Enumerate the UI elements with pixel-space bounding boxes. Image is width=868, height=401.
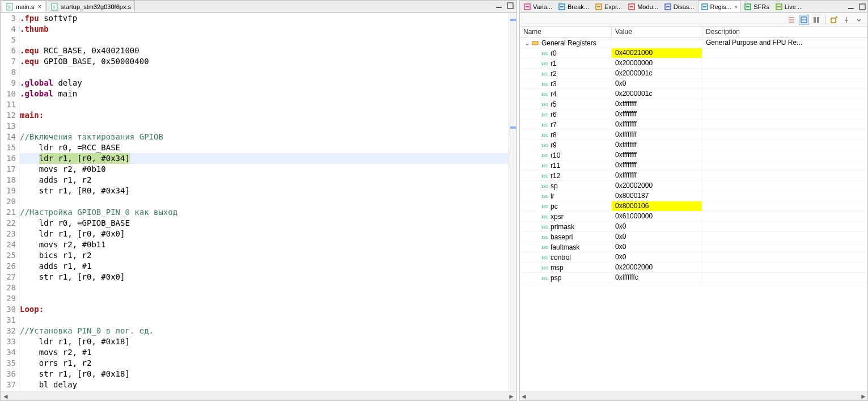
register-row[interactable]: 1010basepri0x0 bbox=[520, 232, 867, 242]
register-value[interactable]: 0xffffffff bbox=[612, 130, 702, 140]
debug-tab-sfr[interactable]: SFRs bbox=[742, 1, 772, 12]
code-line[interactable] bbox=[20, 282, 509, 293]
scroll-left-icon[interactable]: ◄ bbox=[520, 392, 528, 400]
register-row[interactable]: 1010sp0x20002000 bbox=[520, 181, 867, 191]
editor-body[interactable]: 3456789101112131415161718192021222324252… bbox=[1, 13, 516, 391]
code-line[interactable]: movs r2, #0b11 bbox=[20, 239, 509, 250]
register-value[interactable]: 0x8000187 bbox=[612, 191, 702, 201]
column-name[interactable]: Name bbox=[520, 27, 612, 37]
register-value[interactable]: 0x20000000 bbox=[612, 58, 702, 68]
code-line[interactable]: .equ GPIOB_BASE, 0x50000400 bbox=[20, 56, 509, 67]
code-line[interactable] bbox=[20, 196, 509, 207]
register-row[interactable]: 1010r70xffffffff bbox=[520, 120, 867, 130]
overview-ruler[interactable] bbox=[509, 13, 516, 391]
editor-h-scrollbar[interactable]: ◄ ► bbox=[1, 391, 516, 400]
register-value[interactable]: 0x0 bbox=[612, 242, 702, 252]
register-value[interactable]: 0x0 bbox=[612, 232, 702, 242]
scroll-right-icon[interactable]: ► bbox=[859, 392, 867, 400]
register-row[interactable]: 1010r00x40021000 bbox=[520, 48, 867, 58]
code-line[interactable]: main: bbox=[20, 110, 509, 121]
minimize-icon[interactable] bbox=[847, 3, 855, 11]
code-line[interactable] bbox=[20, 99, 509, 110]
register-value[interactable]: 0x20002000 bbox=[612, 181, 702, 191]
register-value[interactable]: 0x0 bbox=[612, 79, 702, 88]
maximize-icon[interactable] bbox=[858, 3, 866, 11]
debug-tab-reg[interactable]: Regis...× bbox=[698, 1, 741, 12]
code-line[interactable]: str r1, [r0, #0x0] bbox=[20, 272, 509, 282]
code-line[interactable]: ldr r0, =RCC_BASE bbox=[20, 142, 509, 153]
debug-tab-disas[interactable]: Disas... bbox=[662, 1, 697, 12]
register-row[interactable]: 1010r20x2000001c bbox=[520, 69, 867, 79]
register-value[interactable]: 0x2000001c bbox=[612, 89, 702, 99]
debug-tab-bp[interactable]: Break... bbox=[556, 1, 591, 12]
register-value[interactable]: 0x2000001c bbox=[612, 69, 702, 78]
register-value[interactable]: 0x0 bbox=[612, 222, 702, 231]
register-row[interactable]: 1010primask0x0 bbox=[520, 222, 867, 232]
registers-h-scrollbar[interactable]: ◄ ► bbox=[520, 391, 867, 400]
code-line[interactable] bbox=[20, 67, 509, 78]
register-value[interactable]: 0x20002000 bbox=[612, 263, 702, 272]
code-line[interactable]: adds r1, r2 bbox=[20, 175, 509, 185]
register-row[interactable]: 1010pc0x8000106 bbox=[520, 201, 867, 212]
register-value[interactable]: 0xffffffff bbox=[612, 120, 702, 129]
maximize-icon[interactable] bbox=[506, 2, 514, 10]
pin-icon[interactable] bbox=[841, 15, 852, 25]
register-value[interactable]: 0xffffffff bbox=[612, 150, 702, 160]
code-line[interactable]: .global main bbox=[20, 88, 509, 99]
code-line[interactable]: movs r2, #1 bbox=[20, 347, 509, 358]
debug-tab-live[interactable]: Live ... bbox=[773, 1, 805, 12]
register-value[interactable]: 0xffffffff bbox=[612, 171, 702, 180]
code-line[interactable]: orrs r1, r2 bbox=[20, 358, 509, 369]
registers-table[interactable]: Name Value Description ⌄General Register… bbox=[520, 27, 867, 391]
register-row[interactable]: 1010r100xffffffff bbox=[520, 150, 867, 161]
close-icon[interactable]: × bbox=[734, 3, 738, 10]
code-line[interactable]: adds r1, #1 bbox=[20, 261, 509, 272]
register-row[interactable]: 1010r110xffffffff bbox=[520, 161, 867, 171]
code-line[interactable]: .thumb bbox=[20, 24, 509, 35]
code-line[interactable] bbox=[20, 315, 509, 326]
code-line[interactable] bbox=[20, 35, 509, 45]
code-line[interactable]: str r1, [R0, #0x34] bbox=[20, 185, 509, 196]
register-row[interactable]: 1010lr0x8000187 bbox=[520, 191, 867, 201]
register-group-row[interactable]: ⌄General RegistersGeneral Purpose and FP… bbox=[520, 38, 867, 48]
register-row[interactable]: 1010psp0xfffffffc bbox=[520, 273, 867, 283]
view-menu-icon[interactable] bbox=[854, 15, 864, 25]
code-line[interactable]: bl delay bbox=[20, 379, 509, 390]
register-value[interactable]: 0xfffffffc bbox=[612, 273, 702, 282]
layout-icon[interactable] bbox=[811, 15, 822, 25]
register-value[interactable]: 0x0 bbox=[612, 252, 702, 262]
register-value[interactable]: 0x61000000 bbox=[612, 212, 702, 221]
register-value[interactable]: 0xffffffff bbox=[612, 140, 702, 150]
code-line[interactable] bbox=[20, 293, 509, 304]
register-value[interactable]: 0xffffffff bbox=[612, 99, 702, 109]
code-line[interactable]: Loop: bbox=[20, 304, 509, 315]
code-line[interactable]: movs r2, #0b10 bbox=[20, 164, 509, 175]
register-value[interactable]: 0x8000106 bbox=[612, 201, 702, 211]
show-changed-icon[interactable] bbox=[799, 15, 809, 25]
code-line[interactable] bbox=[20, 121, 509, 132]
editor-tab[interactable]: Sstartup_stm32g030f6px.s bbox=[46, 1, 135, 12]
code-line[interactable]: //Включения тактирования GPIOB bbox=[20, 132, 509, 142]
register-row[interactable]: 1010r60xffffffff bbox=[520, 109, 867, 120]
register-row[interactable]: 1010r90xffffffff bbox=[520, 140, 867, 150]
column-description[interactable]: Description bbox=[702, 27, 867, 37]
code-line[interactable]: ldr r1, [r0, #0x0] bbox=[20, 229, 509, 239]
register-row[interactable]: 1010r30x0 bbox=[520, 79, 867, 89]
chevron-down-icon[interactable]: ⌄ bbox=[523, 39, 531, 47]
editor-tab[interactable]: Smain.s× bbox=[2, 1, 45, 12]
code-line[interactable]: //Настройка GPIOB_PIN_0 как выход bbox=[20, 207, 509, 218]
close-icon[interactable]: × bbox=[37, 3, 41, 11]
register-row[interactable]: 1010control0x0 bbox=[520, 252, 867, 263]
register-row[interactable]: 1010r10x20000000 bbox=[520, 58, 867, 69]
scroll-right-icon[interactable]: ► bbox=[507, 392, 515, 400]
code-line[interactable]: .fpu softvfp bbox=[20, 13, 509, 24]
code-line[interactable]: bics r1, r2 bbox=[20, 250, 509, 261]
register-value[interactable]: 0xffffffff bbox=[612, 161, 702, 170]
register-row[interactable]: 1010r40x2000001c bbox=[520, 89, 867, 99]
scroll-left-icon[interactable]: ◄ bbox=[2, 392, 10, 400]
debug-tab-var[interactable]: Varia... bbox=[521, 1, 554, 12]
code-line[interactable]: ldr r1, [r0, #0x34] bbox=[20, 153, 509, 164]
register-row[interactable]: 1010r50xffffffff bbox=[520, 99, 867, 109]
register-row[interactable]: 1010msp0x20002000 bbox=[520, 263, 867, 273]
minimize-icon[interactable] bbox=[495, 2, 503, 10]
